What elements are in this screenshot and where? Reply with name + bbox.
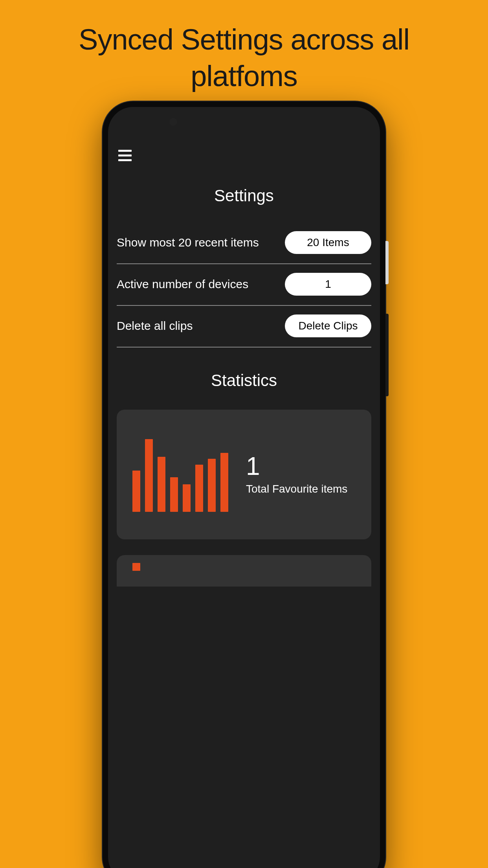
stats-card-text: 1 Total Favourite items	[246, 454, 347, 495]
setting-row-recent-items: Show most 20 recent items 20 Items	[117, 223, 371, 264]
statistics-title: Statistics	[117, 371, 371, 390]
bar-chart-icon	[132, 559, 140, 571]
bar-chart-icon	[132, 437, 228, 512]
setting-row-active-devices: Active number of devices 1	[117, 264, 371, 306]
stats-card-partial[interactable]	[117, 555, 371, 587]
favourites-count: 1	[246, 454, 347, 479]
setting-label-delete-clips: Delete all clips	[117, 319, 193, 333]
settings-title: Settings	[117, 186, 371, 205]
setting-label-recent-items: Show most 20 recent items	[117, 236, 259, 249]
delete-clips-button[interactable]: Delete Clips	[285, 314, 371, 337]
recent-items-button[interactable]: 20 Items	[285, 231, 371, 254]
phone-screen: Settings Show most 20 recent items 20 It…	[108, 107, 380, 868]
phone-power-button	[385, 241, 389, 284]
promo-headline: Synced Settings across all platfoms	[0, 0, 488, 94]
hamburger-menu-icon[interactable]	[117, 147, 133, 164]
active-devices-button[interactable]: 1	[285, 273, 371, 296]
stats-card-favourites[interactable]: 1 Total Favourite items	[117, 410, 371, 539]
app-content: Settings Show most 20 recent items 20 It…	[108, 134, 380, 868]
setting-label-active-devices: Active number of devices	[117, 278, 248, 291]
phone-volume-button	[385, 314, 389, 396]
favourites-subtitle: Total Favourite items	[246, 483, 347, 495]
setting-row-delete-clips: Delete all clips Delete Clips	[117, 306, 371, 348]
phone-device-frame: Settings Show most 20 recent items 20 It…	[103, 101, 385, 868]
